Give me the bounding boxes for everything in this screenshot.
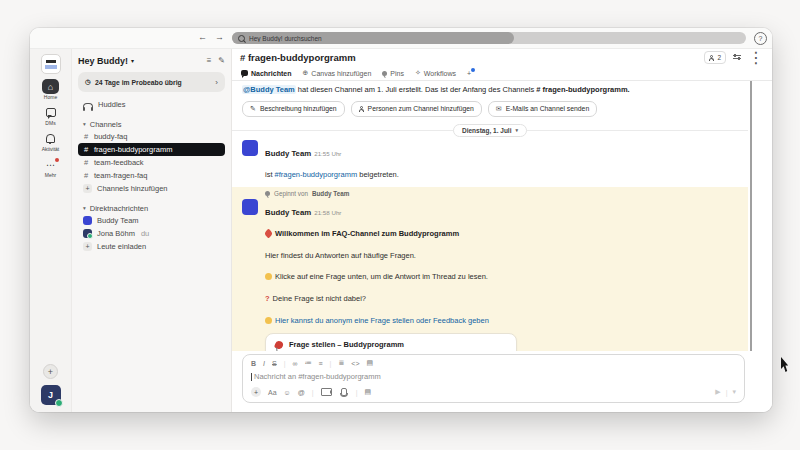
workspace-logo[interactable] — [41, 54, 61, 74]
add-channels-button[interactable]: + Channels hinzufügen — [78, 182, 225, 195]
presence-indicator — [87, 233, 93, 239]
rail-item-dms[interactable]: DMs — [42, 105, 59, 126]
message-composer[interactable]: B I S | ∞ ≔ ≡ | ≣ <> ▤ Nachricht an #fra… — [242, 354, 745, 403]
channels-section-header[interactable]: ▾ Channels — [78, 118, 225, 130]
sidebar: Hey Buddy! ▾ ≡ ✎ ◷ 24 Tage im Probeabo ü… — [72, 49, 232, 412]
shortcuts-icon[interactable]: ▤ — [364, 388, 371, 396]
text-cursor — [251, 373, 252, 381]
avatar[interactable] — [242, 199, 258, 215]
clock-icon: ◷ — [85, 78, 91, 86]
search-bar[interactable]: Hey Buddy! durchsuchen — [232, 32, 746, 44]
sidebar-item-channel-team-fragen-faq[interactable]: # team-fragen-faq — [78, 169, 225, 182]
add-people-button[interactable]: Personen zum Channel hinzufügen — [351, 101, 482, 117]
pin-icon — [382, 71, 387, 76]
new-badge-dot — [471, 68, 475, 72]
italic-icon[interactable]: I — [263, 360, 265, 367]
message-time: 21:55 Uhr — [314, 150, 341, 157]
sidebar-item-dm-jona-boehm[interactable]: Jona Böhm du — [78, 227, 225, 240]
mention-icon[interactable]: @ — [298, 389, 305, 396]
strikethrough-icon[interactable]: S — [272, 360, 277, 367]
bell-icon — [42, 131, 59, 146]
sidebar-item-channel-team-feedback[interactable]: # team-feedback — [78, 156, 225, 169]
bullet-list-icon[interactable]: ≡ — [319, 360, 323, 367]
rail-item-home[interactable]: ⌂ Home — [42, 79, 59, 100]
trial-banner[interactable]: ◷ 24 Tage im Probeabo übrig › — [78, 72, 225, 92]
channel-settings-icon[interactable] — [733, 54, 741, 61]
avatar — [83, 216, 92, 225]
date-pill[interactable]: Dienstag, 1. Juli ▾ — [453, 124, 527, 137]
ordered-list-icon[interactable]: ≔ — [305, 359, 312, 367]
bold-icon[interactable]: B — [251, 360, 256, 367]
send-emails-button[interactable]: ✉ E-Mails an Channel senden — [488, 101, 597, 117]
hash-icon: # — [83, 171, 89, 180]
video-icon[interactable] — [321, 388, 332, 396]
channel-tabs: Nachrichten ⊕ Canvas hinzufügen Pins ✧ W… — [232, 66, 772, 81]
blockquote-icon[interactable]: ≣ — [338, 359, 344, 367]
channel-title[interactable]: # fragen-buddyporgramm — [240, 52, 356, 63]
message-author[interactable]: Buddy Team — [265, 208, 311, 217]
slack-window: ← → ◷ Hey Buddy! durchsuchen ? ⌂ Home DM… — [30, 28, 772, 412]
sidebar-item-channel-buddy-faq[interactable]: # buddy-faq — [78, 130, 225, 143]
members-button[interactable]: 2 — [704, 51, 726, 64]
send-options-icon[interactable]: ▾ — [732, 388, 736, 396]
top-bar: ← → ◷ Hey Buddy! durchsuchen ? — [30, 28, 772, 49]
add-description-button[interactable]: ✎ Beschreibung hinzufügen — [242, 101, 345, 117]
tab-nachrichten[interactable]: Nachrichten — [241, 70, 291, 77]
message-join-1[interactable]: Buddy Team21:55 Uhr ist #fragen-buddypor… — [232, 138, 748, 185]
workflow-icon: ✧ — [415, 69, 421, 77]
tab-add[interactable]: + — [467, 70, 471, 77]
channel-link[interactable]: #fragen-buddyporgramm — [275, 170, 358, 179]
sidebar-item-channel-fragen-buddyporgramm[interactable]: # fragen-buddyporgramm — [78, 143, 225, 156]
pushpin-icon — [274, 340, 284, 350]
chevron-right-icon: › — [215, 78, 218, 87]
help-button[interactable]: ? — [754, 32, 767, 45]
more-options-icon[interactable]: ⋮ — [748, 48, 764, 67]
person-icon — [709, 55, 714, 60]
link-icon[interactable]: ∞ — [293, 360, 298, 367]
code-icon[interactable]: <> — [351, 360, 359, 367]
message-author[interactable]: Buddy Team — [265, 149, 311, 158]
workflow-card: Frage stellen – Buddyprogramm Hier kanns… — [265, 333, 517, 351]
search-input[interactable]: Hey Buddy! durchsuchen — [232, 32, 514, 44]
message-list[interactable]: @Buddy Team hat diesen Channel am 1. Jul… — [232, 81, 772, 351]
date-divider: Dienstag, 1. Juli ▾ — [232, 124, 748, 137]
caret-down-icon: ▾ — [83, 205, 86, 211]
rail-item-activity[interactable]: Aktivität — [42, 131, 60, 152]
tab-pins[interactable]: Pins — [382, 70, 404, 77]
rail-item-more[interactable]: ⋯ Mehr — [42, 157, 59, 178]
search-placeholder: Hey Buddy! durchsuchen — [249, 35, 322, 42]
dms-section-header[interactable]: ▾ Direktnachrichten — [78, 202, 225, 214]
back-icon[interactable]: ← — [198, 31, 207, 44]
caret-down-icon: ▾ — [515, 127, 518, 133]
tab-workflows[interactable]: ✧ Workflows — [415, 69, 456, 77]
mouse-cursor — [781, 357, 791, 372]
format-aa-icon[interactable]: Aa — [268, 389, 277, 396]
feedback-link[interactable]: Hier kannst du anonym eine Frage stellen… — [275, 316, 489, 325]
user-mention[interactable]: @Buddy Team — [242, 85, 296, 94]
avatar[interactable] — [242, 140, 258, 156]
sidebar-item-huddles[interactable]: Huddles — [78, 98, 225, 111]
hash-icon: # — [83, 158, 89, 167]
message-time: 21:58 Uhr — [314, 209, 341, 216]
attach-plus-icon[interactable]: + — [251, 387, 261, 397]
workspace-name[interactable]: Hey Buddy! — [78, 56, 128, 66]
formatting-toolbar: B I S | ∞ ≔ ≡ | ≣ <> ▤ — [251, 359, 736, 367]
create-new-button[interactable]: + — [43, 364, 58, 379]
filter-icon[interactable]: ≡ — [207, 56, 212, 65]
compose-icon[interactable]: ✎ — [218, 56, 225, 65]
forward-icon[interactable]: → — [215, 31, 224, 44]
invite-people-button[interactable]: + Leute einladen — [78, 240, 225, 253]
code-block-icon[interactable]: ▤ — [367, 359, 374, 367]
chevron-down-icon: ▾ — [131, 57, 134, 64]
emoji-icon[interactable]: ☺ — [284, 389, 291, 396]
message-welcome[interactable]: Buddy Team21:58 Uhr Willkommen im FAQ-Ch… — [242, 199, 738, 351]
sidebar-item-dm-buddy-team[interactable]: Buddy Team — [78, 214, 225, 227]
point-down-emoji — [265, 273, 272, 280]
caret-down-icon: ▾ — [83, 121, 86, 127]
send-icon[interactable]: ▶ — [715, 388, 720, 396]
message-input[interactable]: Nachricht an #fragen-buddyporgramm — [254, 372, 381, 381]
microphone-icon[interactable] — [341, 388, 347, 396]
tab-canvas[interactable]: ⊕ Canvas hinzufügen — [302, 69, 371, 77]
user-avatar[interactable]: J — [41, 385, 61, 405]
scrollbar[interactable] — [750, 81, 752, 351]
